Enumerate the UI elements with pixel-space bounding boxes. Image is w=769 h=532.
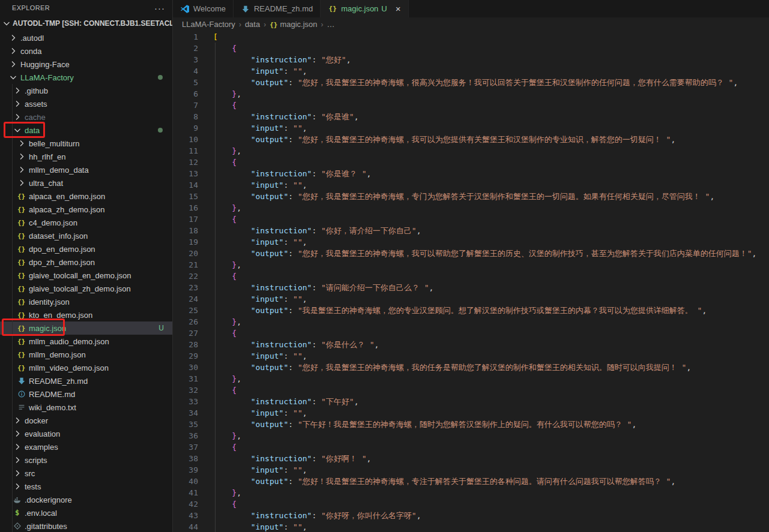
tree-item-tests[interactable]: tests [0,480,172,493]
code-line[interactable]: 7 { [173,100,769,111]
git-changes-dot-icon [158,128,163,133]
tree-item-dpo-zh-demo-json[interactable]: {}dpo_zh_demo.json [0,256,172,269]
tree-item-examples[interactable]: examples [0,440,172,453]
code-line[interactable]: 5 "output": "您好，我是蟹堡王的神奇海螺，很高兴为您服务！我可以回答… [173,77,769,88]
tree-item-gitattributes[interactable]: .gitattributes [0,519,172,532]
tree-item-autodl[interactable]: .autodl [0,31,172,44]
more-actions-icon[interactable]: ··· [154,3,165,13]
code-line[interactable]: 15 "output": "您好，我是蟹堡王的神奇海螺，专门为您解答关于汉堡制作… [173,191,769,202]
code-line[interactable]: 19 "input": "", [173,236,769,248]
breadcrumb-item-[interactable]: … [327,20,335,29]
tree-item-alpaca-en-demo-json[interactable]: {}alpaca_en_demo.json [0,190,172,203]
tree-item-magic-json[interactable]: {}magic.jsonU [0,321,172,335]
code-line[interactable]: 18 "instruction": "你好，请介绍一下你自己", [173,225,769,236]
code-line[interactable]: 10 "output": "您好，我是蟹堡王的神奇海螺，我可以为您提供有关蟹堡王… [173,134,769,145]
workspace-section-header[interactable]: AUTODL-TMP [SSH: CONNECT.BJB1.SEETACLOUD… [0,16,172,31]
close-icon[interactable]: × [396,4,401,13]
tree-item-hh-rlhf-en[interactable]: hh_rlhf_en [0,150,172,163]
code-line[interactable]: 9 "input": "", [173,122,769,134]
code-line[interactable]: 35 "output": "下午好！我是蟹堡王的神奇海螺，随时为您解答汉堡制作上… [173,419,769,430]
tree-item-dockerignore[interactable]: .dockerignore [0,493,172,506]
tree-item-c4-demo-json[interactable]: {}c4_demo.json [0,216,172,229]
code-line[interactable]: 23 "instruction": "请问能介绍一下你自己么？ ", [173,282,769,293]
code-line[interactable]: 8 "instruction": "你是谁", [173,111,769,122]
line-number: 42 [173,498,198,510]
code-line[interactable]: 17 { [173,214,769,225]
code-line[interactable]: 34 "input": "", [173,407,769,419]
tree-item-llama-factory[interactable]: LLaMA-Factory [0,71,172,84]
tree-item-docker[interactable]: docker [0,414,172,427]
tree-item-belle-multiturn[interactable]: belle_multiturn [0,137,172,150]
code-line[interactable]: 13 "instruction": "你是谁？ ", [173,168,769,179]
code-line[interactable]: 37 { [173,441,769,453]
tab-readme-zh-md[interactable]: README_zh.md [234,0,321,17]
tree-item-cache[interactable]: cache [0,110,172,124]
tree-item-glaive-toolcall-en-demo-json[interactable]: {}glaive_toolcall_en_demo.json [0,269,172,282]
tree-item-alpaca-zh-demo-json[interactable]: {}alpaca_zh_demo.json [0,203,172,216]
code-line[interactable]: 25 "output": "我是蟹堡王的神奇海螺，您的专业汉堡顾问。想了解汉堡的… [173,305,769,316]
code-line[interactable]: 1[ [173,31,769,43]
tree-item-hugging-face[interactable]: Hugging-Face [0,58,172,71]
code-line[interactable]: 20 "output": "您好，我是蟹堡王的神奇海螺，我可以帮助您了解蟹堡王的… [173,248,769,259]
breadcrumb-item-magic-json[interactable]: {}magic.json [270,20,317,29]
tree-item-mllm-video-demo-json[interactable]: {}mllm_video_demo.json [0,361,172,374]
code-line[interactable]: 11 }, [173,145,769,157]
code-line[interactable]: 16 }, [173,202,769,214]
tree-item-readme-md[interactable]: README.md [0,387,172,401]
code-line[interactable]: 38 "instruction": "你好啊！ ", [173,453,769,464]
tree-item-dataset-info-json[interactable]: {}dataset_info.json [0,229,172,242]
breadcrumb-item-llama-factory[interactable]: LLaMA-Factory [182,20,235,29]
code-line[interactable]: 32 { [173,384,769,396]
tree-item-kto-en-demo-json[interactable]: {}kto_en_demo.json [0,308,172,321]
tree-item-wiki-demo-txt[interactable]: wiki_demo.txt [0,401,172,414]
code-line[interactable]: 42 { [173,498,769,510]
tree-item-data[interactable]: data [0,124,172,137]
tree-item-assets[interactable]: assets [0,97,172,110]
code-line[interactable]: 36 }, [173,430,769,441]
code-line[interactable]: 41 }, [173,487,769,498]
code-line[interactable]: 2 { [173,43,769,54]
code-line[interactable]: 27 { [173,327,769,339]
code-line-content: }, [198,88,241,100]
code-line[interactable]: 4 "input": "", [173,65,769,77]
tree-item-dpo-en-demo-json[interactable]: {}dpo_en_demo.json [0,242,172,256]
code-line-content: [ [198,31,218,43]
breadcrumb-item-data[interactable]: data [245,20,260,29]
tab-welcome[interactable]: Welcome [173,0,234,17]
tree-item-src[interactable]: src [0,467,172,480]
code-line[interactable]: 14 "input": "", [173,179,769,191]
code-line[interactable]: 33 "instruction": "下午好", [173,396,769,407]
tree-item-ultra-chat[interactable]: ultra_chat [0,176,172,190]
tree-item-env-local[interactable]: $.env.local [0,506,172,519]
chevron-right-icon [12,99,22,109]
code-line[interactable]: 24 "input": "", [173,293,769,305]
tree-item-mllm-audio-demo-json[interactable]: {}mllm_audio_demo.json [0,335,172,348]
tree-item-mllm-demo-json[interactable]: {}mllm_demo.json [0,348,172,361]
tree-item-evaluation[interactable]: evaluation [0,427,172,440]
code-line[interactable]: 22 { [173,270,769,282]
code-line[interactable]: 29 "input": "", [173,350,769,362]
json-file-icon: {} [16,350,26,359]
tab-magic-json[interactable]: {}magic.jsonU× [321,0,408,17]
tree-item-scripts[interactable]: scripts [0,453,172,467]
code-line[interactable]: 21 }, [173,259,769,270]
tree-item-label: Hugging-Face [20,60,70,69]
code-line[interactable]: 6 }, [173,88,769,100]
code-line[interactable]: 26 }, [173,316,769,327]
code-line[interactable]: 28 "instruction": "你是什么？ ", [173,339,769,350]
tree-item-glaive-toolcall-zh-demo-json[interactable]: {}glaive_toolcall_zh_demo.json [0,282,172,295]
code-line[interactable]: 40 "output": "您好！我是蟹堡王的神奇海螺，专注于解答关于蟹堡王的各… [173,476,769,487]
code-line[interactable]: 39 "input": "", [173,464,769,476]
tree-item-github[interactable]: .github [0,84,172,97]
code-line[interactable]: 3 "instruction": "您好", [173,54,769,65]
tree-item-mllm-demo-data[interactable]: mllm_demo_data [0,163,172,176]
code-line[interactable]: 44 "input": "", [173,521,769,532]
tree-item-identity-json[interactable]: {}identity.json [0,295,172,308]
code-line[interactable]: 43 "instruction": "你好呀，你叫什么名字呀", [173,510,769,521]
tree-item-readme-zh-md[interactable]: README_zh.md [0,374,172,387]
code-line[interactable]: 12 { [173,157,769,168]
code-line[interactable]: 30 "output": "您好，我是蟹堡王的神奇海螺，我的任务是帮助您了解汉堡… [173,362,769,373]
editor[interactable]: 1[2 {3 "instruction": "您好",4 "input": ""… [173,31,769,532]
code-line[interactable]: 31 }, [173,373,769,384]
tree-item-conda[interactable]: conda [0,44,172,58]
